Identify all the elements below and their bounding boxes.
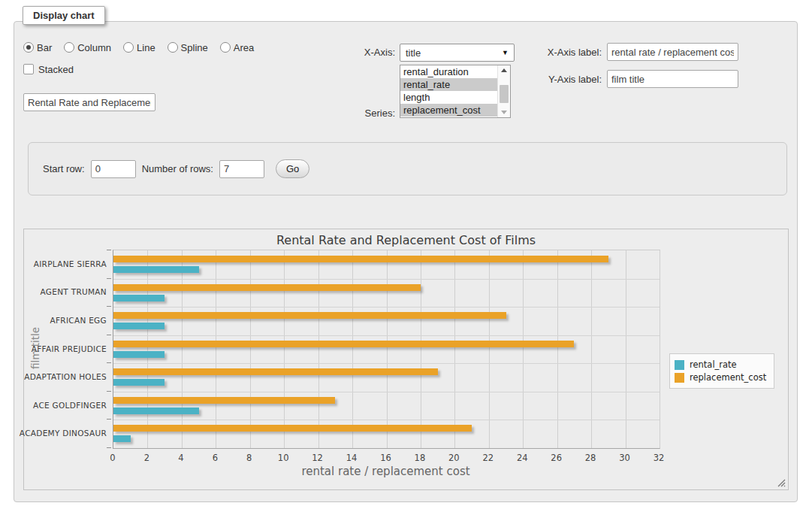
fieldset-legend: Display chart <box>23 6 105 25</box>
stacked-label: Stacked <box>38 64 74 75</box>
gridline-vertical <box>454 250 455 448</box>
gridline-vertical <box>387 250 388 448</box>
rental_rate-bar <box>113 435 131 442</box>
category-label: AIRPLANE SIERRA <box>34 259 107 268</box>
plot-grid <box>113 250 660 449</box>
arrow-down-icon <box>501 111 507 114</box>
category-label: AFRICAN EGG <box>50 316 107 325</box>
series-listbox[interactable]: rental_durationrental_ratelengthreplacem… <box>400 65 511 118</box>
num-rows-label: Number of rows: <box>142 163 213 174</box>
gridline-horizontal <box>113 307 660 308</box>
radio-circle-icon <box>23 42 34 53</box>
start-row-input[interactable] <box>91 160 136 178</box>
start-row-label: Start row: <box>43 163 85 174</box>
replacement_cost-bar <box>113 341 574 347</box>
resize-grip-icon[interactable] <box>777 479 786 487</box>
gridline-vertical <box>216 250 216 448</box>
series-option-rental_duration[interactable]: rental_duration <box>400 65 498 78</box>
gridline-vertical <box>147 250 148 448</box>
rental_rate-bar <box>113 351 165 358</box>
category-label: AFFAIR PREJUDICE <box>32 344 107 353</box>
x-tick-label: 10 <box>278 453 289 463</box>
arrow-up-icon <box>501 68 507 72</box>
chart-type-radios: BarColumnLineSplineArea <box>23 42 266 53</box>
gridline-vertical <box>591 250 592 448</box>
x-axis-title: rental rate / replacement cost <box>113 465 659 478</box>
num-rows-input[interactable] <box>219 160 264 178</box>
x-tick-label: 28 <box>585 453 596 463</box>
y-axis-label-input[interactable] <box>607 70 738 88</box>
legend-row: rental_rate <box>675 359 766 370</box>
x-tick-label: 16 <box>380 453 391 463</box>
replacement_cost-bar <box>113 284 421 291</box>
replacement_cost-bar <box>113 425 472 432</box>
y-tick-mark <box>107 306 111 307</box>
y-tick-mark <box>107 447 111 448</box>
gridline-vertical <box>660 250 660 448</box>
radio-label: Column <box>77 42 111 53</box>
radio-bar[interactable]: Bar <box>23 42 52 53</box>
replacement_cost-bar <box>113 368 438 375</box>
chart-legend: rental_ratereplacement_cost <box>669 353 774 389</box>
x-axis-select[interactable]: title ▼ <box>400 44 515 62</box>
radio-area[interactable]: Area <box>220 42 254 53</box>
replacement_cost-bar <box>113 397 335 404</box>
dropdown-arrow-icon: ▼ <box>502 49 509 56</box>
gridline-horizontal <box>113 335 660 336</box>
gridline-vertical <box>523 250 524 448</box>
radio-circle-icon <box>168 42 178 53</box>
radio-label: Spline <box>181 42 208 53</box>
series-option-replacement_cost[interactable]: replacement_cost <box>400 104 498 117</box>
series-option-rental_rate[interactable]: rental_rate <box>400 78 498 91</box>
x-tick-label: 18 <box>415 453 426 463</box>
y-tick-mark <box>107 362 111 363</box>
gridline-horizontal <box>113 392 660 392</box>
checkbox-icon[interactable] <box>23 64 34 74</box>
legend-label: replacement_cost <box>690 372 766 383</box>
x-tick-label: 14 <box>346 453 358 463</box>
gridline-vertical <box>557 250 558 448</box>
display-chart-fieldset: Display chart BarColumnLineSplineArea St… <box>14 21 798 502</box>
radio-line[interactable]: Line <box>123 42 155 53</box>
x-axis-select-label: X-Axis: <box>315 47 395 58</box>
radio-circle-icon <box>64 42 74 53</box>
rental_rate-bar <box>113 379 165 386</box>
stacked-checkbox-row[interactable]: Stacked <box>23 64 74 75</box>
radio-column[interactable]: Column <box>64 42 111 53</box>
gridline-vertical <box>352 250 353 448</box>
category-label: ACE GOLDFINGER <box>33 401 107 410</box>
y-axis-label-label: Y-Axis label: <box>510 74 602 85</box>
series-options: rental_durationrental_ratelengthreplacem… <box>400 65 498 117</box>
radio-spline[interactable]: Spline <box>168 42 208 53</box>
series-scrollbar[interactable] <box>497 65 510 117</box>
radio-circle-icon <box>220 42 231 53</box>
rows-params-panel: Start row: Number of rows: Go <box>28 142 787 195</box>
chart-title-input[interactable] <box>23 93 155 111</box>
scroll-up-button[interactable] <box>498 65 510 75</box>
legend-row: replacement_cost <box>675 372 766 383</box>
x-tick-label: 20 <box>448 453 460 463</box>
chart-title: Rental Rate and Replacement Cost of Film… <box>24 233 788 247</box>
radio-label: Area <box>234 42 254 53</box>
x-tick-label: 30 <box>619 453 630 463</box>
gridline-vertical <box>250 250 251 448</box>
gridline-horizontal <box>113 420 660 420</box>
radio-label: Bar <box>37 42 52 53</box>
x-tick-label: 12 <box>312 453 323 463</box>
x-axis-label-input[interactable] <box>607 43 738 61</box>
scrollbar-thumb[interactable] <box>500 85 509 103</box>
x-tick-label: 4 <box>178 453 183 463</box>
series-option-length[interactable]: length <box>400 91 498 104</box>
gridline-horizontal <box>113 363 660 364</box>
scroll-down-button[interactable] <box>498 108 510 117</box>
y-tick-mark <box>107 419 111 420</box>
gridline-vertical <box>421 250 421 448</box>
category-label: ACADEMY DINOSAUR <box>20 429 107 438</box>
radio-circle-icon <box>123 42 134 53</box>
go-button[interactable]: Go <box>276 159 309 178</box>
y-tick-mark <box>107 278 111 279</box>
x-tick-label: 6 <box>213 453 218 463</box>
x-tick-label: 32 <box>654 453 665 463</box>
x-tick-label: 0 <box>110 453 115 463</box>
gridline-vertical <box>182 250 183 448</box>
